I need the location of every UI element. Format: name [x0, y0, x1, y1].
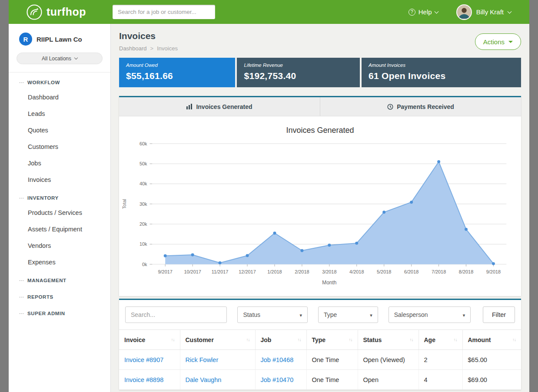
sidebar-item-vendors[interactable]: Vendors — [9, 237, 110, 254]
svg-text:30k: 30k — [139, 201, 147, 207]
svg-text:7/2018: 7/2018 — [432, 269, 446, 274]
filter-row: StatusTypeSalespersonFilter — [119, 300, 521, 329]
sidebar-item-assets-equipment[interactable]: Assets / Equipment — [9, 221, 110, 237]
cell-age: 2 — [418, 350, 462, 370]
nav-section-label: INVENTORY — [27, 195, 59, 201]
column-label: Customer — [186, 336, 214, 343]
svg-text:9/2018: 9/2018 — [486, 269, 501, 274]
sort-icon — [454, 337, 457, 342]
sidebar-item-products-services[interactable]: Products / Services — [9, 204, 110, 221]
tree-dash-icon — [19, 82, 24, 83]
cell-invoice: Invoice #8898 — [119, 370, 180, 390]
user-menu[interactable]: Billy Kraft — [456, 4, 511, 20]
job-link[interactable]: Job #10470 — [261, 376, 294, 383]
chevron-down-icon — [508, 9, 512, 13]
brand[interactable]: turfhop — [9, 4, 111, 20]
bar-chart-icon — [186, 104, 193, 109]
customer-link[interactable]: Rick Fowler — [186, 356, 219, 363]
stats-row: Amount Owed$55,161.66Lifetime Revenue$19… — [119, 58, 521, 87]
stat-value: $192,753.40 — [244, 71, 353, 81]
cell-job: Job #10470 — [255, 370, 306, 390]
col-age[interactable]: Age — [418, 330, 462, 350]
chevron-down-icon — [434, 9, 438, 13]
stat-label: Lifetime Revenue — [244, 63, 353, 68]
svg-text:5/2018: 5/2018 — [377, 269, 391, 274]
svg-text:6/2018: 6/2018 — [404, 269, 418, 274]
svg-text:0k: 0k — [142, 262, 147, 267]
chart-tabs: Invoices GeneratedPayments Received — [119, 97, 521, 116]
chart-card: Invoices GeneratedPayments Received Invo… — [119, 96, 521, 296]
column-label: Invoice — [124, 336, 145, 343]
filter-button[interactable]: Filter — [483, 306, 515, 323]
select-salesperson[interactable]: Salesperson — [389, 306, 471, 323]
invoices-table: InvoiceCustomerJobTypeStatusAgeAmountInv… — [119, 329, 521, 390]
stat-value: $55,161.66 — [126, 71, 228, 81]
svg-text:11/2017: 11/2017 — [212, 269, 229, 274]
col-customer[interactable]: Customer — [180, 330, 255, 350]
svg-text:10k: 10k — [139, 241, 147, 247]
sort-icon — [410, 337, 413, 342]
select-status[interactable]: Status — [237, 306, 308, 323]
invoices-generated-chart: 0k10k20k30k40k50k60k9/201710/201711/2017… — [120, 137, 520, 293]
sidebar: R RIIPL Lawn Co All Locations WORKFLOWDa… — [9, 24, 111, 392]
stat-amount-invoices: Amount Invoices61 Open Invoices — [362, 58, 521, 87]
svg-text:8/2018: 8/2018 — [459, 269, 473, 274]
sidebar-item-leads[interactable]: Leads — [9, 105, 110, 122]
col-amount[interactable]: Amount — [462, 330, 521, 350]
sidebar-item-invoices[interactable]: Invoices — [9, 171, 110, 188]
breadcrumb-current: Invoices — [157, 45, 178, 52]
col-status[interactable]: Status — [358, 330, 418, 350]
sidebar-item-jobs[interactable]: Jobs — [9, 155, 110, 171]
cell-amount: $65.00 — [462, 350, 521, 370]
table-search-input[interactable] — [125, 306, 227, 323]
job-link[interactable]: Job #10468 — [261, 356, 294, 363]
breadcrumb-link-dashboard[interactable]: Dashboard — [119, 45, 147, 52]
main-content: Invoices Dashboard Invoices Actions Amou… — [111, 24, 529, 392]
tab-invoices-generated[interactable]: Invoices Generated — [119, 97, 320, 116]
svg-text:Total: Total — [122, 199, 127, 209]
help-menu[interactable]: Help — [408, 8, 438, 16]
page-title: Invoices — [119, 31, 178, 41]
nav-section-label: MANAGEMENT — [27, 278, 66, 283]
sidebar-item-customers[interactable]: Customers — [9, 138, 110, 155]
table-row: Invoice #8907Rick FowlerJob #10468One Ti… — [119, 350, 521, 370]
breadcrumb: Dashboard Invoices — [119, 45, 178, 52]
nav-section-label: WORKFLOW — [27, 80, 60, 85]
help-icon — [408, 9, 415, 16]
svg-text:4/2018: 4/2018 — [349, 269, 364, 274]
select-label: Type — [324, 311, 337, 318]
select-type[interactable]: Type — [318, 306, 378, 323]
sidebar-item-quotes[interactable]: Quotes — [9, 122, 110, 138]
tab-payments-received[interactable]: Payments Received — [320, 97, 521, 116]
col-job[interactable]: Job — [255, 330, 306, 350]
page-header: Invoices Dashboard Invoices Actions — [119, 24, 521, 52]
topbar: turfhop Help Billy Kraft — [9, 0, 529, 24]
turfhop-logo-icon — [26, 4, 43, 20]
svg-text:2/2018: 2/2018 — [295, 269, 309, 274]
nav-section-management: MANAGEMENT — [9, 270, 110, 287]
cell-type: One Time — [306, 350, 358, 370]
stat-amount-owed: Amount Owed$55,161.66 — [119, 58, 235, 87]
invoice-link[interactable]: Invoice #8907 — [124, 356, 163, 363]
sort-icon — [349, 337, 352, 342]
clock-icon — [387, 104, 393, 110]
stat-value: 61 Open Invoices — [369, 71, 514, 81]
invoice-link[interactable]: Invoice #8898 — [124, 376, 163, 383]
cell-type: One Time — [306, 370, 358, 390]
customer-link[interactable]: Dale Vaughn — [186, 376, 222, 383]
global-search-input[interactable] — [113, 5, 215, 19]
svg-text:12/2017: 12/2017 — [239, 269, 256, 274]
table-row: Invoice #8898Dale VaughnJob #10470One Ti… — [119, 370, 521, 390]
chart-holder: 0k10k20k30k40k50k60k9/201710/201711/2017… — [119, 137, 521, 294]
sidebar-item-dashboard[interactable]: Dashboard — [9, 89, 110, 105]
nav-section-label: REPORTS — [27, 294, 53, 300]
column-label: Amount — [468, 336, 491, 343]
col-type[interactable]: Type — [306, 330, 358, 350]
sidebar-item-expenses[interactable]: Expenses — [9, 254, 110, 270]
location-selector[interactable]: All Locations — [17, 53, 103, 64]
svg-text:9/2017: 9/2017 — [158, 269, 173, 274]
actions-button[interactable]: Actions — [475, 33, 521, 50]
user-name: Billy Kraft — [476, 8, 504, 16]
chevron-down-icon — [74, 56, 78, 59]
col-invoice[interactable]: Invoice — [119, 330, 180, 350]
